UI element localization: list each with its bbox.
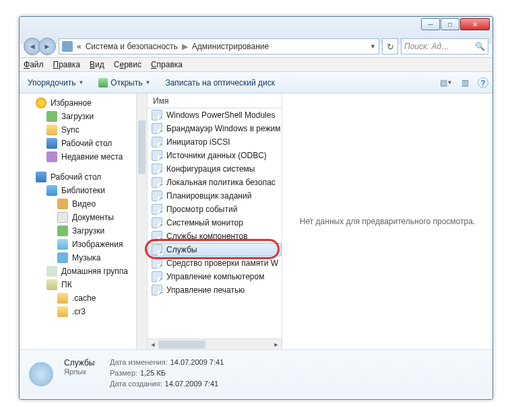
details-type: Ярлык bbox=[64, 368, 104, 376]
file-label: Просмотр событий bbox=[166, 205, 237, 214]
tree-item[interactable]: Недавние места bbox=[20, 150, 147, 164]
file-row[interactable]: Управление печатью bbox=[148, 283, 282, 297]
search-placeholder: Поиск: Ад… bbox=[404, 42, 449, 51]
open-icon bbox=[98, 78, 108, 88]
shortcut-icon bbox=[152, 137, 162, 147]
details-pane: Службы Ярлык Дата изменения:14.07.2009 7… bbox=[20, 349, 492, 398]
tree-item[interactable]: Документы bbox=[20, 211, 147, 224]
preview-pane: Нет данных для предварительного просмотр… bbox=[282, 94, 492, 349]
file-row[interactable]: Локальная политика безопас bbox=[148, 176, 282, 189]
shortcut-icon bbox=[152, 110, 162, 120]
sidebar-scrollbar[interactable] bbox=[136, 94, 147, 349]
preview-pane-icon[interactable]: ▥ bbox=[459, 77, 471, 89]
download-icon bbox=[46, 111, 57, 122]
search-input[interactable]: Поиск: Ад… 🔍 bbox=[401, 38, 488, 55]
content-area: Избранное Загрузки Sync Рабочий стол Нед… bbox=[20, 94, 492, 349]
download-icon bbox=[57, 225, 68, 236]
tree-pc[interactable]: ПК bbox=[20, 278, 147, 291]
help-icon[interactable]: ? bbox=[478, 77, 488, 88]
breadcrumb-current[interactable]: Администрирование bbox=[192, 42, 269, 51]
file-row[interactable]: Планировщик заданий bbox=[148, 189, 282, 203]
organize-button[interactable]: Упорядочить ▼ bbox=[24, 76, 88, 90]
folder-icon bbox=[57, 306, 68, 317]
file-row[interactable]: Службы компонентов bbox=[148, 230, 282, 243]
recent-icon bbox=[46, 151, 57, 162]
tree-item[interactable]: Музыка bbox=[20, 251, 147, 265]
tree-item[interactable]: .cache bbox=[20, 291, 147, 305]
view-options-icon[interactable]: ▤▼ bbox=[440, 77, 452, 89]
video-icon bbox=[57, 199, 68, 209]
desktop-icon bbox=[36, 172, 46, 182]
details-name: Службы bbox=[64, 358, 104, 368]
file-list: Имя Windows PowerShell ModulesБрандмауэр… bbox=[148, 94, 282, 349]
horizontal-scrollbar[interactable]: ◄ ► bbox=[148, 339, 282, 349]
details-row: Размер:1,25 КБ bbox=[110, 369, 224, 380]
nav-buttons: ◄ ► bbox=[24, 38, 56, 55]
minimize-button[interactable]: ─ bbox=[421, 18, 440, 30]
file-label: Конфигурация системы bbox=[166, 164, 255, 174]
library-icon bbox=[46, 185, 57, 196]
tree-item[interactable]: Рабочий стол bbox=[20, 137, 147, 150]
open-button[interactable]: Открыть ▼ bbox=[94, 76, 154, 90]
tree-item[interactable]: Видео bbox=[20, 197, 147, 211]
menu-help[interactable]: Справка bbox=[151, 60, 183, 69]
file-row[interactable]: Windows PowerShell Modules bbox=[148, 108, 282, 122]
file-label: Брандмауэр Windows в режим bbox=[166, 124, 281, 133]
menu-file[interactable]: Файл bbox=[24, 60, 44, 69]
tree-favorites[interactable]: Избранное bbox=[20, 96, 147, 110]
file-label: Управление печатью bbox=[166, 285, 245, 295]
file-label: Службы компонентов bbox=[166, 232, 248, 241]
file-row[interactable]: Просмотр событий bbox=[148, 203, 282, 216]
address-bar[interactable]: « Система и безопасность ▶ Администриров… bbox=[59, 38, 379, 55]
address-dropdown-icon[interactable]: ▼ bbox=[370, 43, 376, 50]
forward-button[interactable]: ► bbox=[38, 38, 56, 55]
maximize-button[interactable]: □ bbox=[441, 18, 459, 30]
close-button[interactable]: ✕ bbox=[460, 18, 490, 30]
navbar: ◄ ► « Система и безопасность ▶ Администр… bbox=[20, 36, 492, 57]
tree-item[interactable]: Загрузки bbox=[20, 224, 147, 238]
shortcut-icon bbox=[152, 217, 162, 228]
shortcut-icon bbox=[152, 258, 162, 269]
column-header-name[interactable]: Имя bbox=[148, 94, 282, 108]
breadcrumb-parent[interactable]: Система и безопасность bbox=[86, 42, 178, 51]
main-pane: Имя Windows PowerShell ModulesБрандмауэр… bbox=[148, 94, 492, 349]
tree-item[interactable]: Загрузки bbox=[20, 110, 147, 123]
burn-button[interactable]: Записать на оптический диск bbox=[161, 76, 279, 90]
menu-edit[interactable]: Правка bbox=[53, 60, 81, 69]
image-icon bbox=[57, 239, 68, 250]
file-row[interactable]: Службы bbox=[148, 243, 282, 256]
tree-item[interactable]: Sync bbox=[20, 123, 147, 137]
music-icon bbox=[57, 252, 68, 263]
shortcut-icon bbox=[152, 150, 162, 161]
tree-item[interactable]: .cr3 bbox=[20, 305, 147, 318]
shortcut-icon bbox=[152, 164, 162, 174]
file-row[interactable]: Источники данных (ODBC) bbox=[148, 149, 282, 162]
gear-icon bbox=[29, 362, 53, 386]
file-row[interactable]: Инициатор iSCSI bbox=[148, 135, 282, 149]
menu-tools[interactable]: Сервис bbox=[114, 60, 141, 69]
toolbar: Упорядочить ▼ Открыть ▼ Записать на опти… bbox=[20, 72, 492, 94]
file-label: Средство проверки памяти W bbox=[166, 258, 278, 268]
tree-item[interactable]: Изображения bbox=[20, 238, 147, 251]
document-icon bbox=[57, 212, 68, 223]
file-row[interactable]: Конфигурация системы bbox=[148, 162, 282, 176]
search-icon: 🔍 bbox=[475, 42, 485, 51]
file-label: Управление компьютером bbox=[166, 272, 264, 281]
tree-desktop[interactable]: Рабочий стол bbox=[20, 170, 147, 184]
tree-homegroup[interactable]: Домашняя группа bbox=[20, 265, 147, 278]
menu-view[interactable]: Вид bbox=[90, 60, 104, 69]
scroll-left-icon[interactable]: ◄ bbox=[148, 340, 158, 349]
breadcrumb-sep-icon: ▶ bbox=[182, 42, 188, 51]
refresh-button[interactable]: ↻ bbox=[382, 38, 398, 55]
file-row[interactable]: Системный монитор bbox=[148, 216, 282, 230]
chevron-down-icon: ▼ bbox=[145, 79, 150, 85]
shortcut-icon bbox=[152, 271, 162, 282]
folder-icon bbox=[57, 293, 68, 304]
file-row[interactable]: Средство проверки памяти W bbox=[148, 256, 282, 270]
scroll-right-icon[interactable]: ► bbox=[271, 340, 282, 349]
file-row[interactable]: Брандмауэр Windows в режим bbox=[148, 122, 282, 135]
breadcrumb-prefix: « bbox=[77, 42, 82, 51]
tree-libraries[interactable]: Библиотеки bbox=[20, 184, 147, 197]
nav-tree: Избранное Загрузки Sync Рабочий стол Нед… bbox=[20, 94, 148, 349]
file-row[interactable]: Управление компьютером bbox=[148, 270, 282, 283]
